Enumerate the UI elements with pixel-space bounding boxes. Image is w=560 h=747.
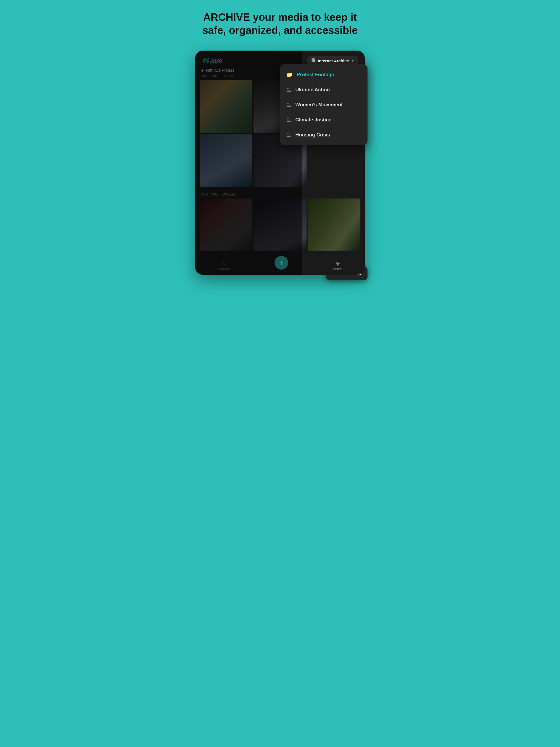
headline: ARCHIVE your media to keep it safe, orga… xyxy=(198,11,362,37)
folder-dropdown: 📁 Protest Footage 🗂 Ukraine Action 🗂 Wom… xyxy=(280,64,367,145)
folder-icon-active: 📁 xyxy=(286,71,293,78)
folder-icon: 🗂 xyxy=(286,132,291,138)
folder-item-housing-crisis[interactable]: 🗂 Housing Crisis xyxy=(280,127,367,143)
folder-item-protest-footage[interactable]: 📁 Protest Footage xyxy=(280,67,367,82)
folder-item-climate-justice[interactable]: 🗂 Climate Justice xyxy=(280,112,367,127)
archive-icon: 🏛 xyxy=(311,58,315,63)
photo-cell[interactable] xyxy=(308,199,360,251)
device-frame: ♾ ave 🏛 Internet Archive ▼ ◈ Fifth Ave P… xyxy=(195,51,365,275)
folder-icon: 🗂 xyxy=(286,117,291,123)
folder-label-ukraine-action: Ukraine Action xyxy=(295,87,330,93)
folder-label-protest-footage: Protest Footage xyxy=(297,72,334,78)
nav-item-archive[interactable]: ◉ Archive xyxy=(333,260,342,271)
archive-selector-label: Internet Archive xyxy=(318,58,349,63)
folder-label-womens-movement: Women's Movement xyxy=(295,102,342,108)
folder-item-womens-movement[interactable]: 🗂 Women's Movement xyxy=(280,97,367,112)
chevron-down-icon: ▼ xyxy=(351,59,354,62)
folder-icon: 🗂 xyxy=(286,102,291,108)
headline-strong: ARCHIVE xyxy=(203,11,250,23)
archive-nav-icon: ◉ xyxy=(335,260,340,266)
nav-label-archive: Archive xyxy=(333,267,342,271)
folder-item-ukraine-action[interactable]: 🗂 Ukraine Action xyxy=(280,82,367,97)
folder-label-housing-crisis: Housing Crisis xyxy=(295,132,330,138)
folder-label-climate-justice: Climate Justice xyxy=(295,117,331,123)
archive-selector[interactable]: 🏛 Internet Archive ▼ xyxy=(307,56,358,66)
folder-icon: 🗂 xyxy=(286,87,291,93)
